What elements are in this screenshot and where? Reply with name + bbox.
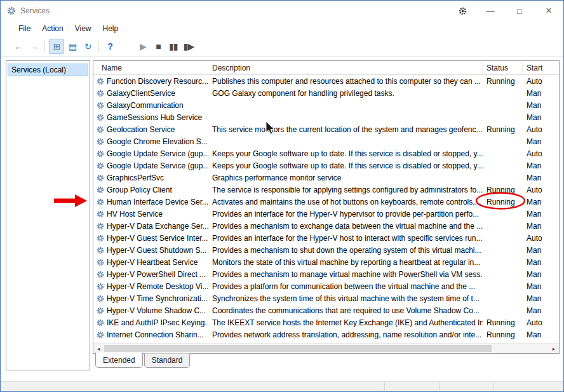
service-name-text: GameSessions Hub Service <box>107 113 202 122</box>
service-startup-cell: Auto <box>523 186 559 194</box>
service-startup-cell: Man <box>523 198 559 206</box>
toolbar-separator <box>98 41 99 52</box>
service-status-cell: Running <box>483 330 523 339</box>
service-gear-icon <box>97 198 104 206</box>
service-row[interactable]: Google Chrome Elevation S... Man <box>93 135 559 147</box>
service-description-cell: Activates and maintains the use of hot b… <box>208 198 483 206</box>
forward-button[interactable]: → <box>27 39 41 53</box>
scrollbar-track[interactable] <box>104 344 549 353</box>
view-tabs: Extended Standard <box>93 353 190 368</box>
service-name-cell: Hyper-V Data Exchange Ser... <box>93 222 208 231</box>
service-row[interactable]: IKE and AuthIP IPsec Keying... The IKEEX… <box>93 316 559 328</box>
service-gear-icon <box>97 114 104 121</box>
tree-item-services-local[interactable]: Services (Local) <box>8 64 88 76</box>
list-header: Name Description Status Start <box>93 61 559 75</box>
service-name-cell: Google Update Service (gup... <box>93 161 208 170</box>
service-name-cell: Function Discovery Resourc... <box>93 77 208 86</box>
refresh-button[interactable]: ↻ <box>81 39 95 53</box>
service-startup-cell: Man <box>523 113 559 122</box>
minimize-button[interactable]: — <box>476 1 505 21</box>
tab-extended[interactable]: Extended <box>95 353 143 368</box>
service-name-text: GraphicsPerfSvc <box>107 173 164 182</box>
service-gear-icon <box>97 259 104 266</box>
service-startup-cell: Man <box>523 137 559 146</box>
column-header-name[interactable]: Name <box>93 61 208 74</box>
show-console-tree-button[interactable]: ⊞ <box>49 39 64 54</box>
services-window: Services — □ × File Action View Help ←→⊞… <box>0 0 564 392</box>
column-header-startup-type[interactable]: Start <box>523 61 559 74</box>
service-name-cell: Hyper-V Remote Desktop Vi... <box>93 282 208 291</box>
service-gear-icon <box>97 150 104 158</box>
close-button[interactable]: × <box>534 1 563 21</box>
service-row[interactable]: Hyper-V Heartbeat Service Monitors the s… <box>93 256 559 268</box>
window-title: Services <box>20 6 50 15</box>
pause-service-button[interactable]: ▮▮ <box>166 39 180 53</box>
service-description-cell: Publishes this computer and resources at… <box>208 77 483 86</box>
service-row[interactable]: Hyper-V Data Exchange Ser... Provides a … <box>93 220 559 232</box>
service-gear-icon <box>97 247 104 254</box>
column-header-status[interactable]: Status <box>483 61 523 74</box>
service-description-cell: Synchronizes the system time of this vir… <box>208 294 483 303</box>
service-gear-icon <box>97 102 104 109</box>
service-startup-cell: Man <box>523 330 559 339</box>
service-gear-icon <box>97 126 104 133</box>
scroll-left-icon[interactable]: ◂ <box>93 344 104 353</box>
service-row[interactable]: Google Update Service (gup... Keeps your… <box>93 159 559 172</box>
service-gear-icon <box>97 271 104 278</box>
service-row[interactable]: Hyper-V Guest Shutdown S... Provides a m… <box>93 244 559 256</box>
service-name-cell: Internet Connection Sharin... <box>93 330 208 339</box>
service-name-cell: Hyper-V Heartbeat Service <box>93 258 208 267</box>
service-row[interactable]: GalaxyClientService GOG Galaxy component… <box>93 87 559 99</box>
service-row[interactable]: Hyper-V Guest Service Inter... Provides … <box>93 232 559 244</box>
service-row[interactable]: Internet Connection Sharin... Provides n… <box>93 328 559 341</box>
menu-view[interactable]: View <box>69 22 97 35</box>
service-status-cell: Running <box>483 318 523 327</box>
service-description-cell: Keeps your Google software up to date. I… <box>208 161 483 170</box>
back-button[interactable]: ← <box>11 39 25 53</box>
stop-service-button[interactable]: ■ <box>151 39 165 53</box>
restart-service-button[interactable]: ▮▶ <box>182 39 196 53</box>
service-row[interactable]: Hyper-V PowerShell Direct ... Provides a… <box>93 268 559 280</box>
service-row[interactable]: Human Interface Device Ser... Activates … <box>93 196 559 208</box>
horizontal-scrollbar[interactable]: ◂ ▸ <box>93 343 559 353</box>
service-name-text: Google Chrome Elevation S... <box>107 137 208 146</box>
export-list-button[interactable]: ▤ <box>65 39 79 53</box>
service-row[interactable]: Hyper-V Time Synchronizati... Synchroniz… <box>93 292 559 304</box>
service-row[interactable]: GalaxyCommunication Man <box>93 99 559 111</box>
service-name-text: Geolocation Service <box>107 125 175 134</box>
service-row[interactable]: GameSessions Hub Service Man <box>93 111 559 123</box>
service-list-body: Function Discovery Resourc... Publishes … <box>93 75 559 343</box>
menu-file[interactable]: File <box>13 22 36 35</box>
titlebar-extra-icon <box>459 7 467 15</box>
service-row[interactable]: HV Host Service Provides an interface fo… <box>93 208 559 220</box>
service-name-text: GalaxyCommunication <box>107 101 184 110</box>
service-startup-cell: Man <box>523 258 559 267</box>
service-gear-icon <box>97 295 104 302</box>
service-gear-icon <box>97 210 104 218</box>
column-header-description[interactable]: Description <box>208 61 483 74</box>
service-row[interactable]: Group Policy Client The service is respo… <box>93 184 559 196</box>
service-name-text: Hyper-V Guest Shutdown S... <box>107 246 206 255</box>
service-gear-icon <box>97 222 104 230</box>
service-row[interactable]: Geolocation Service This service monitor… <box>93 123 559 135</box>
scrollbar-thumb[interactable] <box>104 345 492 352</box>
service-name-cell: GalaxyCommunication <box>93 101 208 110</box>
service-row[interactable]: Hyper-V Volume Shadow C... Coordinates t… <box>93 304 559 316</box>
service-description-cell: Coordinates the communications that are … <box>208 306 483 315</box>
maximize-button[interactable]: □ <box>505 1 534 21</box>
menu-help[interactable]: Help <box>97 22 124 35</box>
service-row[interactable]: Hyper-V Remote Desktop Vi... Provides a … <box>93 280 559 292</box>
service-row[interactable]: Function Discovery Resourc... Publishes … <box>93 75 559 87</box>
help-button[interactable]: ? <box>103 39 117 53</box>
service-startup-cell: Man <box>523 210 559 219</box>
tab-standard[interactable]: Standard <box>144 353 191 368</box>
service-startup-cell: Auto <box>523 318 559 327</box>
service-status-cell: Running <box>483 125 523 134</box>
scroll-right-icon[interactable]: ▸ <box>549 344 559 353</box>
service-row[interactable]: GraphicsPerfSvc Graphics performance mon… <box>93 172 559 184</box>
statusbar-segment <box>493 382 563 391</box>
service-row[interactable]: Google Update Service (gup... Keeps your… <box>93 147 559 159</box>
menu-action[interactable]: Action <box>36 22 69 35</box>
service-startup-cell: Auto <box>523 234 559 243</box>
start-service-button[interactable]: ▶ <box>136 39 150 53</box>
